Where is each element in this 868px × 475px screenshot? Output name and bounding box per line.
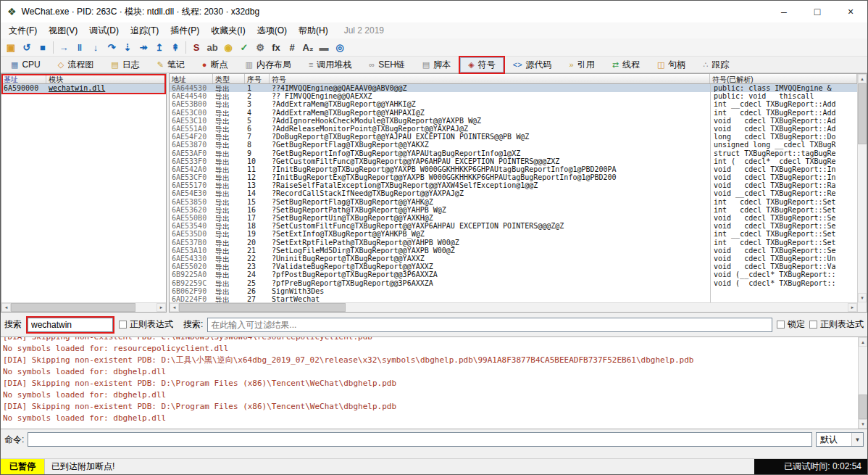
tab-graph[interactable]: ◇流程图 bbox=[50, 57, 101, 73]
symbol-row[interactable]: 6AE53C10导出5?AddIgnoreHookCheckModule@TXB… bbox=[170, 117, 857, 125]
symbol-row[interactable]: 6AE53620导出16?SetBugReportPath@TXBugRepor… bbox=[170, 206, 857, 214]
symbol-row[interactable]: 6AE53CF0导出12?InitBugReportEx@TXBugReport… bbox=[170, 173, 857, 181]
menu-item-追踪[interactable]: 追踪(T) bbox=[125, 23, 164, 38]
scroll-up-icon[interactable]: ▴ bbox=[858, 74, 867, 83]
tab-notes[interactable]: ✎笔记 bbox=[149, 57, 193, 73]
symbol-row[interactable]: 6AE535D0导出19?SetExtInfo@TXBugReport@@YAH… bbox=[170, 230, 857, 238]
globe-icon[interactable]: ◎ bbox=[332, 39, 348, 55]
calculator-icon[interactable]: # bbox=[284, 39, 300, 55]
tab-log[interactable]: ▤日志 bbox=[103, 57, 147, 73]
pause-icon[interactable]: ‖ bbox=[72, 39, 88, 55]
symbol-row[interactable]: 6AE54E30导出14?RecordCallStackIfNeed@TXBug… bbox=[170, 189, 857, 197]
scrollbar-thumb[interactable] bbox=[859, 395, 867, 419]
tab-symbols[interactable]: ◈符号 bbox=[460, 57, 503, 73]
tab-threads[interactable]: ⇄线程 bbox=[604, 57, 648, 73]
symbol-row[interactable]: 6AE551A0导出6?AddReleaseMonitorPoint@TXBug… bbox=[170, 125, 857, 133]
tab-breakpoints[interactable]: ●断点 bbox=[194, 57, 236, 73]
menu-item-文件[interactable]: 文件(F) bbox=[3, 23, 43, 38]
symbol-row[interactable]: 6AD224F0导出27StartWechat bbox=[170, 295, 857, 302]
column-header-symbol[interactable]: 符号 bbox=[270, 74, 710, 83]
command-profile-select[interactable]: 默认 ▼ bbox=[816, 432, 864, 447]
lock-checkbox[interactable] bbox=[777, 321, 785, 329]
patch-icon[interactable]: ▬ bbox=[316, 39, 332, 55]
symbol-row[interactable]: 6B062F90导出26SignWith3Des bbox=[170, 287, 857, 295]
symbol-row[interactable]: 6AE44540导出2??_FIMVQQEngine@@QAEXXZpublic… bbox=[170, 92, 857, 100]
open-file-icon[interactable]: ▣ bbox=[3, 39, 19, 55]
column-header-base[interactable]: 基址 bbox=[1, 74, 46, 83]
symbol-row[interactable]: 6AE55020导出23?ValidateBugReport@TXBugRepo… bbox=[170, 263, 857, 270]
stop-icon[interactable]: ■ bbox=[35, 39, 51, 55]
execute-till-return-icon[interactable]: ↥ bbox=[151, 39, 167, 55]
symbol-row[interactable]: 6AE55170导出13?RaiseSelfFatalException@TXB… bbox=[170, 181, 857, 189]
maximize-button[interactable]: □ bbox=[801, 1, 834, 22]
symbol-row[interactable]: 6AE533F0导出10?GetCustomFiltFunc@TXBugRepo… bbox=[170, 157, 857, 165]
column-header-module[interactable]: 模块 bbox=[46, 74, 166, 83]
module-row[interactable]: 6A590000wechatwin.dll bbox=[1, 84, 166, 93]
column-header-ordinal[interactable]: 序号 bbox=[245, 74, 270, 83]
tab-handles[interactable]: ◫句柄 bbox=[649, 57, 693, 73]
scrollbar-thumb[interactable] bbox=[11, 303, 135, 312]
scroll-left-icon[interactable]: ◂ bbox=[170, 303, 179, 312]
menu-item-收藏夹[interactable]: 收藏夹(I) bbox=[205, 23, 251, 38]
scroll-right-icon[interactable]: ▸ bbox=[848, 303, 857, 312]
scroll-right-icon[interactable]: ▸ bbox=[157, 303, 166, 312]
column-header-symbol-demangled[interactable]: 符号(已解析) bbox=[710, 74, 857, 83]
menu-item-插件[interactable]: 插件(P) bbox=[164, 23, 205, 38]
module-regex-checkbox[interactable] bbox=[119, 321, 127, 329]
scrollbar-thumb[interactable] bbox=[179, 303, 346, 312]
scroll-left-icon[interactable]: ◂ bbox=[1, 303, 11, 312]
symbol-row[interactable]: 6AE53850导出15?SetBugReportFlag@TXBugRepor… bbox=[170, 198, 857, 206]
column-header-type[interactable]: 类型 bbox=[213, 74, 245, 83]
symbol-row[interactable]: 6B92259C导出25?pfPreBugReport@TXBugReport@… bbox=[170, 279, 857, 287]
symbol-row[interactable]: 6AE53A10导出21?SetLogFileMd5Dir@TXBugRepor… bbox=[170, 247, 857, 255]
menu-item-帮助[interactable]: 帮助(H) bbox=[293, 23, 334, 38]
gear-icon[interactable]: ⚙ bbox=[252, 39, 268, 55]
symbol-row[interactable]: 6AE53C00导出4?AddExtraMem@TXBugReport@@YAH… bbox=[170, 109, 857, 117]
symbol-search-input[interactable] bbox=[207, 318, 772, 332]
fx-icon[interactable]: fx bbox=[268, 39, 284, 55]
tab-trace[interactable]: ∴跟踪 bbox=[695, 57, 737, 73]
scrollbar-thumb[interactable] bbox=[858, 83, 867, 144]
run-to-user-code-icon[interactable]: ⇞ bbox=[167, 39, 183, 55]
symbol-row[interactable]: 6AE53870导出8?GetBugReportFlag@TXBugReport… bbox=[170, 141, 857, 149]
menu-item-调试[interactable]: 调试(D) bbox=[83, 23, 125, 38]
restart-icon[interactable]: ↺ bbox=[19, 39, 35, 55]
tab-call-stack[interactable]: ≡调用堆栈 bbox=[301, 57, 359, 73]
symbol-row[interactable]: 6A644530导出1??4IMVQQEngine@@QAEAAV0@ABV0@… bbox=[170, 84, 857, 92]
trace-into-icon[interactable]: ⇣ bbox=[120, 39, 135, 55]
check-icon[interactable]: ✓ bbox=[236, 39, 252, 55]
settings-icon[interactable]: S bbox=[188, 39, 204, 55]
menu-item-选项[interactable]: 选项(O) bbox=[251, 23, 293, 38]
symbol-row[interactable]: 6AE53AF0导出9?GetBugReportInfo@TXBugReport… bbox=[170, 149, 857, 157]
symbol-row[interactable]: 6AE537B0导出20?SetExtRptFilePath@TXBugRepo… bbox=[170, 239, 857, 247]
symbol-row[interactable]: 6AE54330导出22?UninitBugReport@TXBugReport… bbox=[170, 255, 857, 263]
tab-script[interactable]: ▤脚本 bbox=[414, 57, 459, 73]
step-over-icon[interactable]: ↷ bbox=[104, 39, 120, 55]
close-button[interactable]: × bbox=[834, 1, 867, 22]
step-into-icon[interactable]: ↓ bbox=[88, 39, 104, 55]
scroll-down-icon[interactable]: ▾ bbox=[858, 293, 867, 302]
scroll-down-icon[interactable]: ▾ bbox=[859, 419, 867, 429]
tab-seh[interactable]: ∞SEH链 bbox=[361, 57, 413, 73]
strings-icon[interactable]: ab bbox=[204, 39, 220, 55]
symbol-row[interactable]: 6AE53540导出18?SetCustomFiltFunc@TXBugRepo… bbox=[170, 222, 857, 230]
symbol-regex-checkbox[interactable] bbox=[809, 321, 817, 329]
column-header-address[interactable]: 地址 bbox=[170, 74, 213, 83]
symbol-row[interactable]: 6AE550B0导出17?SetBugReportUin@TXBugReport… bbox=[170, 214, 857, 222]
module-search-input[interactable] bbox=[28, 318, 113, 332]
symbol-row[interactable]: 6AE54F20导出7?DoBugReport@TXBugReport@@YAJ… bbox=[170, 133, 857, 141]
tab-memory-map[interactable]: ▥内存布局 bbox=[238, 57, 299, 73]
trace-over-icon[interactable]: ↠ bbox=[135, 39, 151, 55]
symbol-row[interactable]: 6AE53B00导出3?AddExtraMem@TXBugReport@@YAH… bbox=[170, 100, 857, 108]
menu-item-视图[interactable]: 视图(V) bbox=[43, 23, 83, 38]
tab-cpu[interactable]: ▦CPU bbox=[3, 57, 49, 73]
run-icon[interactable]: → bbox=[56, 39, 72, 55]
command-input[interactable] bbox=[28, 432, 812, 447]
symbol-row[interactable]: 6AE542A0导出11?InitBugReport@TXBugReport@@… bbox=[170, 165, 857, 173]
symbol-row[interactable]: 6B9225A0导出24?pfPostBugReport@TXBugReport… bbox=[170, 270, 857, 278]
graph-icon[interactable]: ◉ bbox=[220, 39, 236, 55]
font-icon[interactable]: A₂ bbox=[300, 39, 316, 55]
tab-references[interactable]: »引用 bbox=[562, 57, 603, 73]
scroll-up-icon[interactable]: ▴ bbox=[859, 337, 867, 347]
minimize-button[interactable]: – bbox=[767, 1, 801, 22]
